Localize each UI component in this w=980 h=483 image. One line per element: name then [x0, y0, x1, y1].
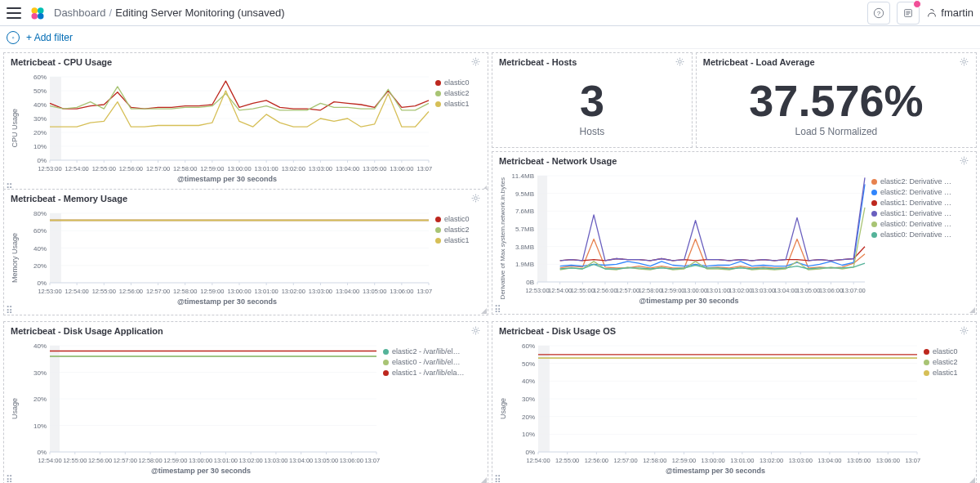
svg-text:12:55:00: 12:55:00	[92, 288, 116, 295]
legend: elastic0elastic2elastic1	[924, 342, 969, 475]
chart-disk-os[interactable]: 0%10%20%30%40%50%60%12:54:0012:55:0012:5…	[510, 342, 920, 465]
resize-handle[interactable]	[968, 306, 976, 314]
svg-text:30%: 30%	[522, 396, 535, 403]
svg-text:0B: 0B	[526, 279, 534, 286]
legend-item[interactable]: elastic2: Derivative …	[871, 177, 969, 186]
drag-handle-icon[interactable]: ⠿	[494, 474, 501, 481]
legend-item[interactable]: elastic0	[435, 215, 481, 223]
panel-disk-usage-os: Metricbeat - Disk Usage OS Usage 0%10%20…	[492, 321, 977, 483]
svg-text:13:02:00: 13:02:00	[282, 165, 305, 172]
chart-network[interactable]: 0B1.9MB3.8MB5.7MB7.6MB9.5MB11.4MB12:53:0…	[510, 172, 868, 295]
help-icon[interactable]: ?	[867, 2, 890, 25]
svg-text:30%: 30%	[33, 115, 47, 123]
legend-item[interactable]: elastic2: Derivative …	[871, 188, 969, 196]
legend-item[interactable]: elastic0: Derivative …	[871, 220, 969, 228]
y-axis-label: Usage	[499, 398, 507, 419]
legend-item[interactable]: elastic2	[435, 226, 481, 234]
metric-value: 37.576%	[749, 78, 923, 123]
legend-item[interactable]: elastic1	[435, 236, 481, 244]
svg-text:40%: 40%	[33, 342, 47, 350]
resize-handle[interactable]	[968, 476, 976, 483]
legend: elastic0elastic2elastic1	[435, 74, 481, 183]
gear-icon[interactable]	[675, 56, 685, 67]
legend-item[interactable]: elastic0	[435, 78, 481, 87]
legend-item[interactable]: elastic1	[924, 369, 969, 377]
panel-title: Metricbeat - Load Average	[703, 57, 815, 67]
svg-text:13:03:00: 13:03:00	[789, 457, 813, 464]
legend-label: elastic1: Derivative …	[880, 199, 951, 207]
y-axis-label: Usage	[11, 398, 19, 419]
svg-text:?: ?	[877, 9, 881, 16]
top-bar: Dashboard / Editing Server Monitoring (u…	[0, 0, 980, 26]
legend-item[interactable]: elastic1 - /var/lib/ela…	[383, 369, 481, 377]
svg-text:13:04:00: 13:04:00	[289, 457, 313, 464]
panel-title: Metricbeat - Hosts	[499, 57, 577, 67]
legend-item[interactable]: elastic2 - /var/lib/el…	[383, 347, 481, 356]
svg-point-190	[963, 329, 966, 333]
panel-title: Metricbeat - Disk Usage Application	[11, 326, 163, 336]
legend-label: elastic1	[444, 236, 470, 244]
svg-text:12:57:00: 12:57:00	[114, 457, 137, 464]
legend: elastic2: Derivative …elastic2: Derivati…	[871, 172, 969, 305]
svg-text:12:58:00: 12:58:00	[639, 287, 662, 294]
svg-text:13:04:00: 13:04:00	[817, 457, 841, 464]
user-menu[interactable]: fmartin	[926, 7, 973, 19]
svg-text:12:57:00: 12:57:00	[146, 165, 170, 172]
menu-icon[interactable]	[7, 7, 21, 19]
drag-handle-icon[interactable]: ⠿	[494, 304, 501, 311]
gear-icon[interactable]	[959, 56, 969, 67]
resize-handle[interactable]	[479, 476, 488, 483]
svg-text:12:58:00: 12:58:00	[643, 457, 666, 464]
metric-label: Hosts	[580, 126, 605, 137]
x-axis-label: @timestamp per 30 seconds	[22, 297, 432, 306]
legend-label: elastic2: Derivative …	[880, 177, 951, 186]
legend: elastic0elastic2elastic1	[435, 210, 481, 306]
svg-text:12:57:00: 12:57:00	[146, 288, 170, 295]
legend-item[interactable]: elastic1: Derivative …	[871, 199, 969, 207]
elastic-logo[interactable]	[29, 5, 46, 21]
svg-text:0%: 0%	[37, 157, 47, 164]
legend-dot	[383, 360, 389, 365]
gear-icon[interactable]	[470, 325, 481, 336]
legend-item[interactable]: elastic0	[924, 347, 969, 356]
drag-handle-icon[interactable]: ⠿	[6, 474, 12, 481]
svg-text:13:03:00: 13:03:00	[309, 165, 332, 172]
breadcrumb: Dashboard / Editing Server Monitoring (u…	[54, 7, 285, 19]
svg-point-1	[38, 7, 44, 14]
chart-cpu[interactable]: 0%10%20%30%40%50%60%12:53:0012:54:0012:5…	[22, 74, 432, 173]
gear-icon[interactable]	[959, 155, 969, 166]
gear-icon[interactable]	[959, 325, 969, 336]
resize-handle[interactable]	[479, 306, 488, 315]
legend-item[interactable]: elastic2	[924, 358, 969, 366]
legend-dot	[435, 91, 441, 96]
legend-item[interactable]: elastic1	[435, 100, 481, 108]
gear-icon[interactable]	[470, 193, 481, 203]
legend-item[interactable]: elastic1: Derivative …	[871, 209, 969, 217]
panel-title: Metricbeat - CPU Usage	[11, 57, 112, 67]
chart-memory[interactable]: 0%20%40%60%80%12:53:0012:54:0012:55:0012…	[22, 210, 432, 296]
drag-handle-icon[interactable]: ⠿	[6, 305, 12, 311]
legend-item[interactable]: elastic0: Derivative …	[871, 230, 969, 239]
svg-text:12:56:00: 12:56:00	[119, 288, 143, 295]
y-axis-label: CPU Usage	[11, 109, 19, 148]
svg-text:60%: 60%	[522, 342, 535, 350]
breadcrumb-root[interactable]: Dashboard	[54, 7, 106, 19]
svg-text:12:55:00: 12:55:00	[571, 287, 595, 294]
legend-item[interactable]: elastic0 - /var/lib/el…	[383, 358, 481, 366]
svg-text:7.6MB: 7.6MB	[515, 208, 534, 215]
legend-item[interactable]: elastic2	[435, 89, 481, 97]
x-axis-label: @timestamp per 30 seconds	[22, 467, 380, 475]
add-filter-link[interactable]: + Add filter	[26, 32, 73, 43]
legend-label: elastic0	[933, 347, 958, 356]
filter-toggle-icon[interactable]: ◦	[7, 31, 20, 44]
svg-text:12:57:00: 12:57:00	[616, 287, 639, 294]
legend-label: elastic2 - /var/lib/el…	[392, 347, 461, 356]
svg-text:80%: 80%	[33, 210, 47, 217]
drag-handle-icon[interactable]: ⠿	[6, 182, 12, 189]
svg-text:40%: 40%	[33, 101, 47, 109]
gear-icon[interactable]	[470, 56, 481, 67]
chart-disk-app[interactable]: 0%10%20%30%40%12:54:0012:55:0012:56:0012…	[22, 342, 380, 465]
svg-text:13:01:00: 13:01:00	[255, 288, 278, 295]
newsfeed-icon[interactable]	[897, 2, 920, 25]
svg-text:12:55:00: 12:55:00	[555, 457, 579, 464]
